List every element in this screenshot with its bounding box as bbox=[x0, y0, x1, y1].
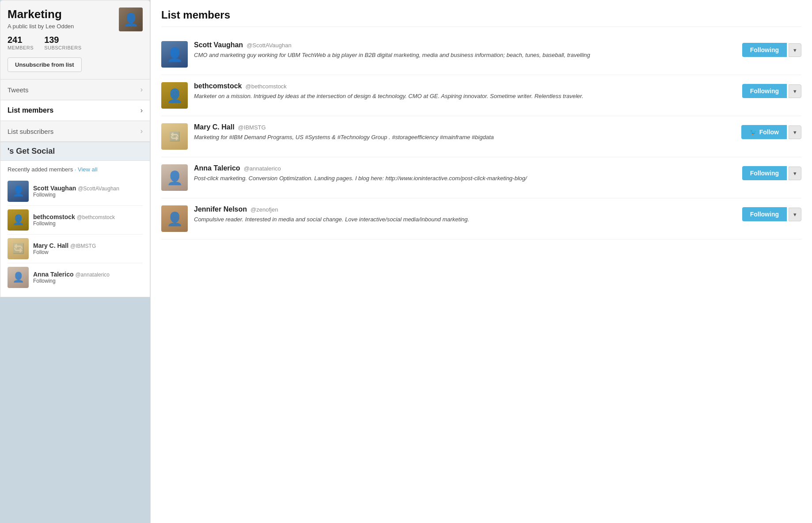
sidebar-nav: Tweets › List members › List subscribers… bbox=[0, 80, 150, 142]
twitter-bird-icon: 🐦 bbox=[749, 129, 757, 136]
member-name-row: bethcomstock @bethcomstock bbox=[194, 82, 736, 90]
member-name: Anna Talerico bbox=[194, 164, 240, 172]
avatar: 👤 bbox=[8, 181, 29, 202]
following-button[interactable]: Following bbox=[742, 84, 787, 98]
recent-member-handle: @annatalerico bbox=[75, 272, 110, 278]
nav-list-subscribers-label: List subscribers bbox=[8, 128, 53, 135]
recent-member-handle: @IBMSTG bbox=[70, 243, 96, 249]
recent-member-handle: @ScottAVaughan bbox=[78, 186, 119, 192]
member-handle: @zenofjen bbox=[250, 206, 278, 213]
member-handle: @IBMSTG bbox=[238, 124, 266, 131]
nav-list-members-label: List members bbox=[8, 106, 53, 114]
follow-button[interactable]: 🐦 Follow bbox=[741, 125, 787, 139]
list-item: 👤 Scott Vaughan @ScottAVaughan Following bbox=[8, 177, 143, 206]
members-count: 241 bbox=[8, 35, 34, 45]
member-bio: CMO and marketing guy working for UBM Te… bbox=[194, 51, 736, 60]
member-body: Jennifer Nelson @zenofjen Compulsive rea… bbox=[194, 205, 736, 224]
member-handle: @annatalerico bbox=[244, 165, 281, 172]
recent-member-status: Following bbox=[33, 278, 110, 284]
members-stat: 241 MEMBERS bbox=[8, 35, 34, 50]
member-body: bethcomstock @bethcomstock Marketer on a… bbox=[194, 82, 736, 101]
avatar: 👤 bbox=[8, 209, 29, 231]
table-row: 👤 Anna Talerico @annatalerico Post-click… bbox=[161, 157, 801, 198]
member-name-row: Mary C. Hall @IBMSTG bbox=[194, 123, 735, 131]
nav-tweets-label: Tweets bbox=[8, 86, 29, 94]
recent-member-info: bethcomstock @bethcomstock Following bbox=[33, 213, 115, 227]
view-all-link[interactable]: · View all bbox=[75, 166, 98, 173]
subscribers-stat: 139 SUBSCRIBERS bbox=[44, 35, 81, 50]
member-body: Scott Vaughan @ScottAVaughan CMO and mar… bbox=[194, 41, 736, 60]
recent-member-info: Scott Vaughan @ScottAVaughan Following bbox=[33, 185, 119, 198]
avatar: 🔄 bbox=[8, 238, 29, 259]
following-button[interactable]: Following bbox=[742, 43, 787, 57]
recently-added-header: Recently added members · View all bbox=[8, 166, 143, 173]
member-name: Scott Vaughan bbox=[194, 41, 243, 49]
main-content: List members 👤 Scott Vaughan @ScottAVaug… bbox=[150, 0, 812, 523]
member-handle: @ScottAVaughan bbox=[247, 42, 292, 49]
table-row: 👤 Scott Vaughan @ScottAVaughan CMO and m… bbox=[161, 34, 801, 75]
table-row: 👤 Jennifer Nelson @zenofjen Compulsive r… bbox=[161, 198, 801, 239]
avatar: 👤 bbox=[161, 82, 188, 109]
recently-added-label: Recently added members bbox=[8, 166, 73, 173]
sidebar-top-card: Marketing A public list by Lee Odden 👤 2… bbox=[0, 0, 150, 80]
subscribers-count: 139 bbox=[44, 35, 81, 45]
member-name-row: Scott Vaughan @ScottAVaughan bbox=[194, 41, 736, 49]
avatar: 👤 bbox=[161, 205, 188, 232]
member-bio: Marketer on a mission. Intrigued by idea… bbox=[194, 92, 736, 101]
following-button[interactable]: Following bbox=[742, 207, 787, 221]
recent-member-name: Scott Vaughan @ScottAVaughan bbox=[33, 185, 119, 192]
recent-member-name: Anna Talerico @annatalerico bbox=[33, 271, 110, 278]
member-body: Mary C. Hall @IBMSTG Marketing for #IBM … bbox=[194, 123, 735, 142]
member-actions: Following ▾ bbox=[742, 207, 801, 221]
unsubscribe-button[interactable]: Unsubscribe from list bbox=[8, 57, 82, 72]
member-bio: Marketing for #IBM Demand Programs, US #… bbox=[194, 133, 735, 142]
chevron-right-icon: › bbox=[140, 86, 143, 94]
avatar: 🔄 bbox=[161, 123, 188, 150]
recent-member-name: bethcomstock @bethcomstock bbox=[33, 213, 115, 220]
member-actions: Following ▾ bbox=[742, 84, 801, 98]
member-actions: Following ▾ bbox=[742, 43, 801, 57]
recently-added-section: Recently added members · View all 👤 Scot… bbox=[0, 161, 150, 297]
table-row: 🔄 Mary C. Hall @IBMSTG Marketing for #IB… bbox=[161, 116, 801, 157]
member-bio: Compulsive reader. Interested in media a… bbox=[194, 215, 736, 224]
chevron-right-icon: › bbox=[140, 106, 143, 114]
following-button[interactable]: Following bbox=[742, 166, 787, 180]
subscribers-label: SUBSCRIBERS bbox=[44, 45, 81, 50]
member-handle: @bethcomstock bbox=[245, 83, 286, 90]
list-item: 👤 Anna Talerico @annatalerico Following bbox=[8, 263, 143, 292]
follow-dropdown[interactable]: ▾ bbox=[789, 125, 801, 139]
chevron-right-icon: › bbox=[140, 127, 143, 135]
recent-member-info: Mary C. Hall @IBMSTG Follow bbox=[33, 242, 96, 255]
member-name: bethcomstock bbox=[194, 82, 242, 90]
list-item: 🔄 Mary C. Hall @IBMSTG Follow bbox=[8, 235, 143, 263]
stats-row: 241 MEMBERS 139 SUBSCRIBERS bbox=[8, 35, 143, 50]
list-item: 👤 bethcomstock @bethcomstock Following bbox=[8, 206, 143, 235]
get-social-partial: 's Get Social bbox=[0, 142, 150, 161]
member-name-row: Anna Talerico @annatalerico bbox=[194, 164, 736, 172]
member-list: 👤 Scott Vaughan @ScottAVaughan CMO and m… bbox=[161, 34, 801, 239]
recent-member-status: Following bbox=[33, 220, 115, 227]
nav-list-subscribers[interactable]: List subscribers › bbox=[0, 121, 150, 142]
member-name: Mary C. Hall bbox=[194, 123, 235, 131]
follow-dropdown[interactable]: ▾ bbox=[789, 43, 801, 57]
recent-member-status: Follow bbox=[33, 249, 96, 255]
recent-member-name: Mary C. Hall @IBMSTG bbox=[33, 242, 96, 249]
follow-dropdown[interactable]: ▾ bbox=[789, 208, 801, 221]
follow-dropdown[interactable]: ▾ bbox=[789, 84, 801, 98]
members-label: MEMBERS bbox=[8, 45, 34, 50]
nav-list-members[interactable]: List members › bbox=[0, 100, 150, 121]
recent-member-info: Anna Talerico @annatalerico Following bbox=[33, 271, 110, 284]
follow-dropdown[interactable]: ▾ bbox=[789, 167, 801, 180]
avatar: 👤 bbox=[8, 267, 29, 288]
nav-tweets[interactable]: Tweets › bbox=[0, 80, 150, 100]
member-body: Anna Talerico @annatalerico Post-click m… bbox=[194, 164, 736, 183]
avatar: 👤 bbox=[161, 164, 188, 191]
main-title: List members bbox=[161, 9, 801, 27]
owner-avatar: 👤 bbox=[119, 8, 143, 31]
member-bio: Post-click marketing. Conversion Optimiz… bbox=[194, 174, 736, 183]
recent-member-handle: @bethcomstock bbox=[77, 214, 115, 220]
recent-member-status: Following bbox=[33, 192, 119, 198]
avatar: 👤 bbox=[161, 41, 188, 68]
member-actions: Following ▾ bbox=[742, 166, 801, 180]
member-name: Jennifer Nelson bbox=[194, 205, 247, 213]
